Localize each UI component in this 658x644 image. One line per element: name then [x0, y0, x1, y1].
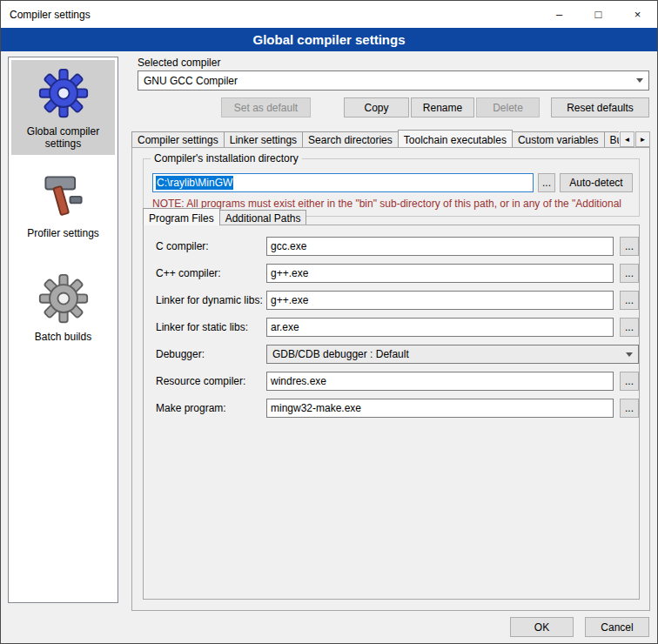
cpp-compiler-input[interactable] [266, 264, 614, 283]
sidebar-item-batch-builds[interactable]: Batch builds [11, 265, 115, 348]
installation-directory-label: Compiler's installation directory [151, 152, 302, 164]
sidebar-item-label: Global compiler settings [13, 125, 113, 150]
auto-detect-button[interactable]: Auto-detect [560, 173, 633, 192]
tab-build-options-truncated[interactable]: Buil [604, 131, 619, 147]
resource-compiler-input[interactable] [266, 372, 614, 391]
compiler-actions-row: Set as default Copy Rename Delete Reset … [138, 97, 649, 117]
blue-gear-icon [37, 67, 90, 119]
browse-button[interactable]: ... [620, 264, 639, 283]
delete-button[interactable]: Delete [476, 97, 540, 117]
form-row-make-program: Make program: ... [156, 399, 630, 419]
browse-button[interactable]: ... [620, 318, 639, 337]
tab-search-directories[interactable]: Search directories [302, 131, 399, 147]
window-title: Compiler settings [1, 1, 540, 28]
titlebar: Compiler settings – □ × [1, 1, 657, 28]
cancel-button[interactable]: Cancel [585, 617, 649, 637]
static-linker-input[interactable] [266, 318, 614, 337]
ok-button[interactable]: OK [510, 617, 574, 637]
settings-tabs: Compiler settings Linker settings Search… [131, 129, 619, 147]
tab-program-files[interactable]: Program Files [143, 208, 220, 225]
browse-button[interactable]: ... [620, 237, 639, 256]
chevron-down-icon [636, 78, 643, 83]
field-label: C++ compiler: [156, 264, 221, 283]
field-label: Make program: [156, 399, 226, 418]
tab-toolchain-executables[interactable]: Toolchain executables [398, 130, 513, 147]
field-label: Debugger: [156, 345, 205, 364]
sidebar-item-global-compiler-settings[interactable]: Global compiler settings [11, 60, 115, 155]
maximize-button[interactable]: □ [579, 1, 618, 28]
c-compiler-input[interactable] [266, 237, 614, 256]
installation-directory-input[interactable]: C:\raylib\MinGW [152, 173, 534, 192]
form-row-c-compiler: C compiler: ... [156, 237, 630, 257]
sidebar-item-label: Profiler settings [27, 227, 99, 239]
make-program-input[interactable] [266, 399, 614, 418]
gray-gear-icon [37, 272, 90, 325]
debugger-value: GDB/CDB debugger : Default [272, 348, 409, 360]
field-label: Linker for static libs: [156, 318, 248, 337]
browse-button[interactable]: ... [620, 399, 639, 418]
selected-compiler-value: GNU GCC Compiler [144, 75, 238, 87]
tab-scroll-right-button[interactable]: ► [635, 131, 650, 147]
tab-custom-variables[interactable]: Custom variables [512, 131, 605, 147]
close-button[interactable]: × [618, 1, 657, 28]
dynamic-linker-input[interactable] [266, 291, 614, 310]
program-files-tabstrip: Program Files Additional Paths [143, 207, 640, 225]
set-as-default-button[interactable]: Set as default [221, 97, 311, 117]
field-label: Resource compiler: [156, 372, 245, 391]
selected-compiler-label: Selected compiler [138, 57, 220, 69]
page-title: Global compiler settings [1, 28, 657, 51]
browse-button[interactable]: ... [620, 291, 639, 310]
debugger-dropdown[interactable]: GDB/CDB debugger : Default [266, 345, 639, 364]
selected-compiler-dropdown[interactable]: GNU GCC Compiler [138, 70, 649, 91]
settings-category-list: Global compiler settings Profiler settin… [8, 57, 118, 603]
minimize-button[interactable]: – [540, 1, 579, 28]
profiler-tool-icon [37, 169, 90, 221]
copy-button[interactable]: Copy [344, 97, 409, 117]
chevron-down-icon [626, 352, 633, 357]
form-row-resource-compiler: Resource compiler: ... [156, 372, 630, 392]
sidebar-item-label: Batch builds [35, 331, 91, 343]
tab-additional-paths[interactable]: Additional Paths [219, 210, 307, 225]
sidebar-item-profiler-settings[interactable]: Profiler settings [11, 162, 115, 245]
settings-tabstrip: Compiler settings Linker settings Search… [131, 129, 650, 147]
tab-linker-settings[interactable]: Linker settings [224, 131, 303, 147]
browse-button[interactable]: ... [620, 372, 639, 391]
tab-compiler-settings[interactable]: Compiler settings [131, 131, 225, 147]
compiler-settings-dialog: Compiler settings – □ × Global compiler … [0, 0, 658, 644]
form-row-cpp-compiler: C++ compiler: ... [156, 264, 630, 284]
rename-button[interactable]: Rename [411, 97, 474, 117]
tab-scroll-left-button[interactable]: ◄ [620, 131, 634, 147]
form-row-static-linker: Linker for static libs: ... [156, 318, 630, 338]
field-label: C compiler: [156, 237, 209, 256]
field-label: Linker for dynamic libs: [156, 291, 263, 310]
browse-directory-button[interactable]: ... [538, 173, 555, 192]
reset-defaults-button[interactable]: Reset defaults [551, 97, 649, 117]
form-row-debugger: Debugger: GDB/CDB debugger : Default [156, 345, 630, 365]
installation-directory-value: C:\raylib\MinGW [156, 176, 233, 190]
program-files-panel: C compiler: ... C++ compiler: ... Linker… [143, 225, 640, 600]
form-row-dynamic-linker: Linker for dynamic libs: ... [156, 291, 630, 311]
